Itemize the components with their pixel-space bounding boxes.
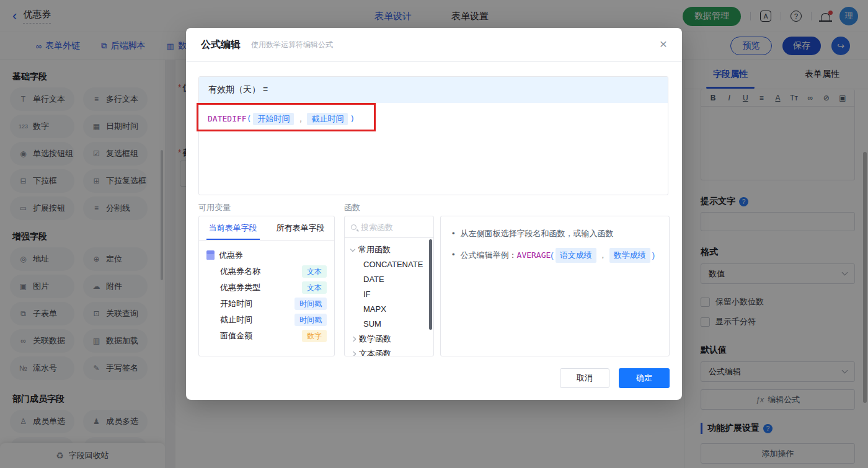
function-item[interactable]: IF: [351, 287, 427, 302]
formula-editor: 有效期（天） = DATEDIFF(开始时间，截止时间): [198, 76, 668, 195]
type-badge: 文本: [302, 265, 327, 278]
help-line-1: 从左侧面板选择字段名和函数，或输入函数: [461, 227, 614, 241]
function-item[interactable]: MAPX: [351, 302, 427, 317]
app-root: 优惠券 表单设计 表单设置 数据管理 理 ∞表单外链 ⧉后端脚本 ▥数据权 预览…: [0, 0, 868, 468]
variable-row[interactable]: 优惠券名称文本: [206, 263, 327, 280]
chevron-right-icon: [351, 337, 356, 342]
function-list-scrollbar[interactable]: [429, 239, 432, 330]
close-paren: ): [350, 114, 355, 123]
formula-help-panel: 从左侧面板选择字段名和函数，或输入函数 公式编辑举例：AVERAGE(语文成绩，…: [440, 216, 670, 356]
function-group-common[interactable]: 常用函数: [351, 242, 427, 257]
search-icon: [351, 224, 356, 230]
formula-function-name: DATEDIFF: [208, 114, 247, 123]
variable-row[interactable]: 面值金额数字: [206, 328, 327, 344]
function-item[interactable]: DATE: [351, 272, 427, 287]
help-line-2: 公式编辑举例：AVERAGE(语文成绩，数学成绩): [461, 248, 655, 263]
function-group-math[interactable]: 数学函数: [351, 332, 427, 347]
function-group-text[interactable]: 文本函数: [351, 347, 427, 356]
formula-arg-chip-start-time[interactable]: 开始时间: [253, 113, 294, 125]
variable-row[interactable]: 优惠券类型文本: [206, 280, 327, 296]
confirm-button[interactable]: 确定: [619, 368, 670, 388]
functions-panel: 常用函数 CONCATENATE DATE IF MAPX SUM 数学函数 文…: [344, 216, 434, 356]
formula-input-area[interactable]: DATEDIFF(开始时间，截止时间): [199, 103, 668, 135]
function-item[interactable]: CONCATENATE: [351, 257, 427, 272]
variables-label: 可用变量: [198, 202, 231, 213]
cancel-button[interactable]: 取消: [560, 368, 609, 388]
functions-label: 函数: [344, 202, 360, 213]
close-icon[interactable]: [660, 37, 667, 51]
example-function-name: AVERAGE: [517, 250, 551, 260]
open-paren: (: [247, 114, 252, 123]
variable-tree-root[interactable]: 优惠券: [206, 247, 327, 263]
type-badge: 数字: [302, 330, 327, 342]
modal-subtitle: 使用数学运算符编辑公式: [251, 40, 333, 50]
comma: ，: [296, 114, 304, 123]
form-doc-icon: [206, 250, 215, 260]
variable-row[interactable]: 截止时间时间戳: [206, 312, 327, 328]
chevron-down-icon: [350, 246, 355, 251]
type-badge: 文本: [302, 281, 327, 294]
tab-all-form-fields[interactable]: 所有表单字段: [267, 216, 334, 240]
variables-panel: 当前表单字段 所有表单字段 优惠券 优惠券名称文本 优惠券类型文本 开始时间时间…: [198, 216, 335, 356]
formula-arg-chip-end-time[interactable]: 截止时间: [307, 113, 348, 125]
example-arg-chip: 语文成绩: [556, 248, 596, 263]
formula-edit-modal: 公式编辑 使用数学运算符编辑公式 有效期（天） = DATEDIFF(开始时间，…: [186, 28, 682, 400]
type-badge: 时间戳: [294, 298, 327, 310]
variable-row[interactable]: 开始时间时间戳: [206, 296, 327, 312]
function-item[interactable]: SUM: [351, 317, 427, 332]
chevron-right-icon: [351, 351, 356, 356]
type-badge: 时间戳: [294, 314, 327, 326]
modal-title: 公式编辑: [201, 38, 241, 51]
function-search: [345, 216, 433, 238]
tab-current-form-fields[interactable]: 当前表单字段: [199, 216, 267, 240]
example-arg-chip: 数学成绩: [609, 248, 650, 263]
function-search-input[interactable]: [361, 223, 418, 232]
formula-target-label: 有效期（天） =: [199, 77, 668, 103]
